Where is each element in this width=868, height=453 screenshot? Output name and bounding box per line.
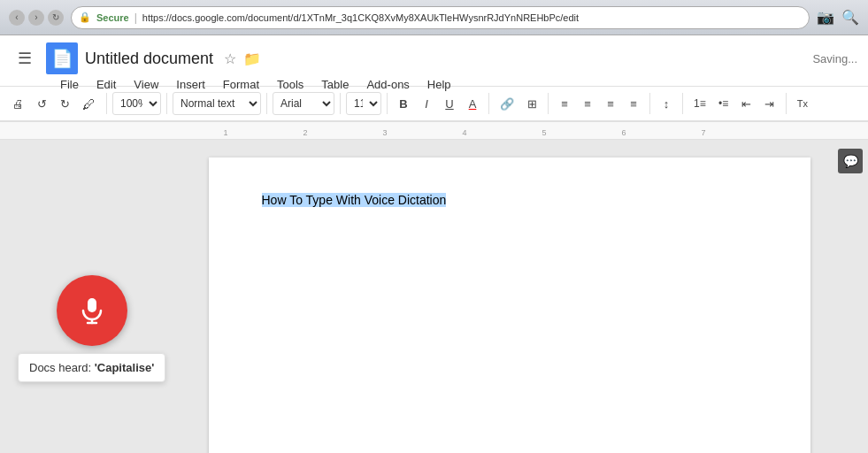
folder-button[interactable]: 📁	[243, 50, 261, 67]
document-content[interactable]: How To Type With Voice Dictation	[262, 193, 757, 207]
ruler-mark-3: 3	[345, 128, 425, 137]
back-button[interactable]: ‹	[9, 10, 25, 26]
url-text: https://docs.google.com/document/d/1XTnM…	[142, 12, 579, 23]
ruler-mark-1: 1	[186, 128, 265, 137]
docs-logo: 📄	[46, 42, 78, 74]
separator-6	[488, 93, 489, 114]
menu-insert[interactable]: Insert	[169, 76, 212, 93]
document-page[interactable]: How To Type With Voice Dictation	[209, 157, 810, 453]
ruler-mark-6: 6	[584, 128, 664, 137]
paint-format-button[interactable]: 🖊	[77, 91, 101, 116]
separator-7	[548, 93, 549, 114]
text-color-button[interactable]: A	[462, 91, 483, 116]
lock-icon: 🔒	[79, 12, 91, 23]
ruler-marks: 1 2 3 4 5 6 7	[186, 128, 743, 137]
redo-button[interactable]: ↻	[54, 91, 75, 116]
app-header: ☰ 📄 Untitled document ☆ 📁 Saving... File…	[0, 35, 868, 87]
ruler: 1 2 3 4 5 6 7	[0, 122, 868, 140]
align-right-button[interactable]: ≡	[600, 91, 621, 116]
separator-1	[106, 93, 107, 114]
align-justify-button[interactable]: ≡	[623, 91, 644, 116]
document-area[interactable]: How To Type With Voice Dictation	[186, 140, 833, 453]
address-bar[interactable]: 🔒 Secure | https://docs.google.com/docum…	[71, 6, 810, 29]
docs-heard-tooltip: Docs heard: 'Capitalise'	[18, 353, 165, 382]
title-row: ☰ 📄 Untitled document ☆ 📁 Saving...	[0, 35, 868, 76]
style-select[interactable]: Normal text Heading 1 Heading 2	[173, 92, 261, 115]
numbered-list-button[interactable]: 1≡	[688, 91, 711, 116]
docs-heard-word: 'Capitalise'	[95, 361, 155, 374]
menu-format[interactable]: Format	[216, 76, 266, 93]
separator-10	[786, 93, 787, 114]
menu-tools[interactable]: Tools	[270, 76, 311, 93]
clear-format-button[interactable]: Tx	[792, 91, 813, 116]
saving-status: Saving...	[812, 52, 857, 65]
menu-table[interactable]: Table	[314, 76, 356, 93]
left-sidebar: Docs heard: 'Capitalise'	[0, 140, 186, 453]
bullet-list-button[interactable]: •≡	[713, 91, 734, 116]
font-select[interactable]: Arial Times New Roman Courier New	[273, 92, 334, 115]
align-left-button[interactable]: ≡	[554, 91, 575, 116]
ruler-mark-4: 4	[425, 128, 504, 137]
separator-8	[649, 93, 650, 114]
browser-chrome: ‹ › ↻ 🔒 Secure | https://docs.google.com…	[0, 0, 868, 35]
star-button[interactable]: ☆	[224, 50, 236, 67]
print-button[interactable]: 🖨	[7, 91, 29, 116]
ruler-mark-7: 7	[664, 128, 743, 137]
voice-dictation-button[interactable]	[57, 275, 127, 346]
toolbar: 🖨 ↺ ↻ 🖊 100% 75% 125% 150% Normal text H…	[0, 87, 868, 122]
camera-button[interactable]: 📷	[817, 9, 834, 26]
hamburger-button[interactable]: ☰	[11, 44, 39, 73]
forward-button[interactable]: ›	[28, 10, 44, 26]
indent-button[interactable]: ⇥	[759, 91, 780, 116]
svg-rect-0	[88, 298, 96, 312]
ruler-mark-5: 5	[504, 128, 584, 137]
refresh-button[interactable]: ↻	[48, 10, 64, 26]
underline-button[interactable]: U	[439, 91, 460, 116]
zoom-select[interactable]: 100% 75% 125% 150%	[112, 92, 161, 115]
link-button[interactable]: 🔗	[495, 91, 519, 116]
separator-3	[266, 93, 267, 114]
main-area: Docs heard: 'Capitalise' How To Type Wit…	[0, 140, 868, 453]
document-title[interactable]: Untitled document	[85, 50, 213, 68]
secure-label: Secure	[96, 12, 129, 23]
bold-button[interactable]: B	[393, 91, 414, 116]
comment-button[interactable]: 💬	[838, 149, 863, 173]
nav-buttons: ‹ › ↻	[9, 10, 64, 26]
separator-5	[387, 93, 388, 114]
url-separator: |	[134, 12, 137, 24]
separator-2	[166, 93, 167, 114]
outdent-button[interactable]: ⇤	[736, 91, 757, 116]
search-button[interactable]: 🔍	[841, 9, 859, 26]
undo-button[interactable]: ↺	[31, 91, 52, 116]
browser-actions: 📷 🔍	[817, 9, 859, 26]
document-text[interactable]: How To Type With Voice Dictation	[262, 193, 447, 207]
docs-heard-prefix: Docs heard:	[29, 361, 95, 374]
align-center-button[interactable]: ≡	[577, 91, 598, 116]
separator-9	[682, 93, 683, 114]
italic-button[interactable]: I	[416, 91, 437, 116]
line-spacing-button[interactable]: ↕	[656, 91, 677, 116]
menu-view[interactable]: View	[127, 76, 165, 93]
ruler-mark-2: 2	[265, 128, 345, 137]
microphone-icon	[76, 295, 108, 326]
voice-dictation-container: Docs heard: 'Capitalise'	[18, 275, 165, 382]
font-size-select[interactable]: 11 10 12 14	[346, 92, 381, 115]
separator-4	[340, 93, 341, 114]
table-button[interactable]: ⊞	[521, 91, 542, 116]
right-sidebar: 💬	[833, 140, 868, 453]
